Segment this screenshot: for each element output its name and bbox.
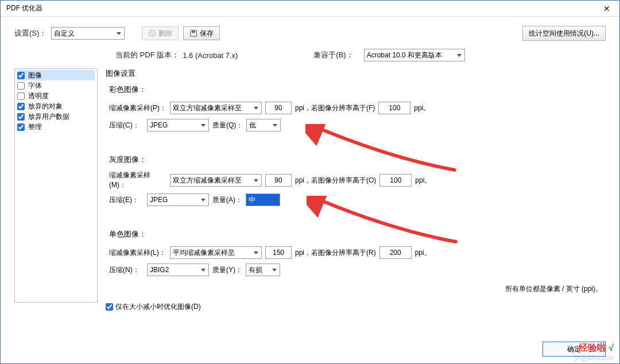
color-ppi1-input[interactable]: [265, 102, 292, 114]
sidebar-check-image[interactable]: [17, 72, 25, 79]
mono-title: 单色图像：: [109, 229, 606, 239]
mono-downsample-label: 缩减像素采样(L)：: [109, 248, 166, 258]
settings-combo[interactable]: 自定义: [51, 27, 125, 40]
color-compress-combo[interactable]: JPEG: [147, 119, 209, 131]
mono-compress-label: 压缩(N)：: [109, 265, 144, 275]
gray-ppi-text: ppi，若图像分辨率高于(O): [295, 176, 376, 185]
compat-label: 兼容于(B)：: [313, 50, 353, 60]
delete-icon: [148, 29, 156, 37]
color-downsample-combo[interactable]: 双立方缩减像素采样至: [170, 102, 262, 114]
color-ppi-text: ppi，若图像分辨率高于(F): [295, 103, 375, 113]
sidebar-item-image[interactable]: 图像: [17, 70, 95, 80]
category-sidebar: 图像 字体 透明度 放弃的对象 放弃用户数据 整理: [14, 68, 98, 303]
close-button[interactable]: ✕: [594, 1, 619, 17]
current-version-label: 当前的 PDF 版本：: [115, 50, 179, 60]
settings-label: 设置(S)：: [14, 28, 46, 38]
gray-downsample-label: 缩减像素采样(M)：: [109, 171, 166, 190]
color-downsample-label: 缩减像素采样(P)：: [109, 103, 166, 113]
sidebar-check-font[interactable]: [17, 82, 25, 90]
mono-ppi1-input[interactable]: [265, 246, 292, 259]
mono-downsample-combo[interactable]: 平均缩减像素采样至: [170, 246, 262, 259]
ok-button[interactable]: 确定: [542, 342, 606, 357]
sidebar-check-discard-userdata[interactable]: [17, 113, 25, 121]
optimize-only-if-smaller-label: 仅在大小减小时优化图像(D): [115, 302, 201, 312]
mono-quality-combo[interactable]: 有损: [246, 264, 280, 276]
gray-downsample-combo[interactable]: 双立方缩减像素采样至: [170, 174, 262, 187]
mono-quality-label: 质量(Y)：: [212, 265, 242, 275]
sidebar-item-discard-userdata[interactable]: 放弃用户数据: [17, 111, 95, 122]
save-icon: [189, 29, 197, 37]
color-quality-combo[interactable]: 低: [246, 119, 281, 131]
sidebar-item-font[interactable]: 字体: [17, 80, 95, 91]
sidebar-check-cleanup[interactable]: [17, 123, 25, 131]
compat-combo[interactable]: Acrobat 10.0 和更高版本: [364, 49, 465, 61]
gray-title: 灰度图像：: [109, 154, 606, 165]
ppi-footnote: 所有单位都是像素 / 英寸 (ppi)。: [106, 284, 606, 294]
sidebar-check-discard-objects[interactable]: [17, 103, 25, 110]
current-version-value: 1.6 (Acrobat 7.x): [183, 51, 238, 60]
mono-ppi-suffix: ppi。: [415, 248, 431, 258]
gray-quality-combo[interactable]: 中: [246, 193, 280, 206]
color-title: 彩色图像：: [109, 84, 606, 95]
sidebar-item-cleanup[interactable]: 整理: [17, 122, 95, 132]
main-panel: 图像设置 彩色图像： 缩减像素采样(P)： 双立方缩减像素采样至 ppi，若图像…: [106, 68, 606, 312]
mono-ppi2-input[interactable]: [379, 246, 412, 259]
window-title: PDF 优化器: [6, 3, 594, 13]
mono-ppi-text: ppi，若图像分辨率高于(R): [295, 248, 376, 258]
space-usage-button[interactable]: 统计空间使用情况(U)...: [522, 26, 606, 41]
sidebar-item-discard-objects[interactable]: 放弃的对象: [17, 101, 95, 111]
gray-compress-combo[interactable]: JPEG: [147, 193, 209, 206]
svg-line-1: [151, 32, 154, 34]
save-button[interactable]: 保存: [183, 26, 220, 40]
sidebar-item-transparency[interactable]: 透明度: [17, 91, 95, 101]
mono-compress-combo[interactable]: JBIG2: [147, 264, 209, 276]
sidebar-check-transparency[interactable]: [17, 92, 25, 100]
color-ppi-suffix: ppi。: [414, 103, 430, 113]
gray-quality-label: 质量(A)：: [212, 195, 242, 205]
delete-button: 删除: [142, 26, 179, 40]
color-compress-label: 压缩(C)：: [109, 121, 144, 130]
group-title: 图像设置: [106, 68, 606, 79]
svg-rect-3: [192, 31, 195, 33]
gray-compress-label: 压缩(E)：: [109, 195, 144, 205]
title-bar: PDF 优化器 ✕: [1, 1, 619, 17]
optimize-only-if-smaller-checkbox[interactable]: [106, 303, 113, 311]
gray-ppi2-input[interactable]: [379, 174, 412, 187]
gray-ppi1-input[interactable]: [265, 174, 292, 187]
color-quality-label: 质量(Q)：: [212, 121, 243, 130]
gray-ppi-suffix: ppi。: [415, 176, 431, 185]
color-ppi2-input[interactable]: [378, 102, 410, 114]
